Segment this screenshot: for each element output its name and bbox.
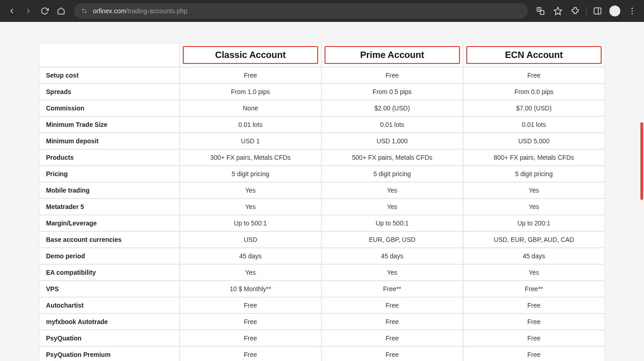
cell: Yes [463,264,605,281]
svg-point-0 [82,9,84,10]
cell: 0.01 lots [321,116,463,133]
row-label: VPS [39,281,180,297]
cell: Yes [321,199,463,215]
cell: Yes [463,182,605,199]
browser-toolbar: orfinex.com/trading-accounts.php [0,0,644,22]
svg-point-10 [632,10,633,12]
table-row: SpreadsFrom 1.0 pipsFrom 0.5 pipsFrom 0.… [39,84,605,100]
cell: USD [180,231,321,248]
table-row: Mobile tradingYesYesYes [39,182,605,199]
row-label: Demo period [39,248,180,264]
cell: USD 5,000 [463,133,605,149]
toolbar-divider [586,6,587,16]
home-button[interactable] [55,5,67,17]
table-row: myfxbook AutotradeFreeFreeFree [39,314,605,330]
cell: Free [463,346,605,361]
row-label: Pricing [39,166,180,182]
cell: Free [180,67,321,84]
cell: Free [321,314,463,330]
header-ecn-label: ECN Account [505,50,563,60]
back-button[interactable] [5,5,18,17]
cell: Free [180,330,321,346]
cell: 5 digit pricing [463,166,605,182]
forward-button[interactable] [22,5,35,17]
site-info-icon[interactable] [80,7,88,15]
cell: From 0.5 pips [321,84,463,100]
extensions-icon[interactable] [569,5,582,17]
cell: Free** [463,281,605,297]
cell: Free [180,314,321,330]
table-row: CommissionNone$2.00 (USD)$7.00 (USD) [39,100,605,116]
table-row: Setup costFreeFreeFree [39,67,605,84]
cell: 45 days [180,248,321,264]
kebab-menu-icon[interactable] [626,5,639,17]
row-label: Setup cost [39,67,180,84]
cell: USD 1,000 [321,133,463,149]
side-panel-icon[interactable] [591,5,604,17]
cell: Free [321,297,463,314]
cell: Up to 500:1 [321,215,463,231]
translate-icon[interactable] [534,5,547,17]
cell: 10 $ Monthly** [180,281,321,297]
table-row: Products300+ FX pairs, Metals CFDs500+ F… [39,149,605,166]
table-row: Pricing5 digit pricing5 digit pricing5 d… [39,166,605,182]
cell: Free [463,67,605,84]
table-row: Metatrader 5YesYesYes [39,199,605,215]
cell: USD, EUR, GBP, AUD, CAD [463,231,605,248]
cell: Free** [321,281,463,297]
cell: 0.01 lots [180,116,321,133]
row-label: Commission [39,100,180,116]
cell: Up to 500:1 [180,215,321,231]
cell: $7.00 (USD) [463,100,605,116]
cell: USD 1 [180,133,321,149]
cell: 0.01 lots [463,116,605,133]
row-label: Margin/Leverage [39,215,180,231]
table-row: VPS10 $ Monthly**Free**Free** [39,281,605,297]
cell: Yes [180,199,321,215]
cell: None [180,100,321,116]
address-bar[interactable]: orfinex.com/trading-accounts.php [74,3,528,19]
page-content: Classic Account Prime Account ECN Accoun… [0,22,644,361]
svg-rect-7 [594,8,601,14]
header-prime-label: Prime Account [360,50,424,60]
cell: From 0.0 pips [463,84,605,100]
cell: Free [180,346,321,361]
table-row: Minimum Trade Size0.01 lots0.01 lots0.01… [39,116,605,133]
header-empty [39,43,180,67]
bookmark-star-icon[interactable] [551,5,564,17]
row-label: Minimum deposit [39,133,180,149]
table-row: EA compatibilityYesYesYes [39,264,605,281]
header-classic-label: Classic Account [215,50,286,60]
cell: 500+ FX pairs, Metals CFDs [321,149,463,166]
row-label: PsyQuation Premium [39,346,180,361]
cell: Yes [180,182,321,199]
svg-point-11 [632,13,633,15]
url-text: orfinex.com/trading-accounts.php [93,7,187,15]
table-row: PsyQuation PremiumFreeFreeFree [39,346,605,361]
row-label: myfxbook Autotrade [39,314,180,330]
url-path: /trading-accounts.php [126,7,187,15]
cell: 45 days [463,248,605,264]
header-prime: Prime Account [321,43,463,67]
cell: From 1.0 pips [180,84,321,100]
cell: Free [180,297,321,314]
cell: 800+ FX pairs, Metals CFDs [463,149,605,166]
table-row: Minimum depositUSD 1USD 1,000USD 5,000 [39,133,605,149]
table-row: Base account currenciesUSDEUR, GBP, USDU… [39,231,605,248]
toolbar-right [534,5,639,17]
svg-point-9 [632,8,633,9]
cell: 45 days [321,248,463,264]
cell: Up to 200:1 [463,215,605,231]
row-label: Mobile trading [39,182,180,199]
profile-avatar[interactable] [608,5,621,17]
row-label: Spreads [39,84,180,100]
reload-button[interactable] [38,5,51,17]
row-label: Minimum Trade Size [39,116,180,133]
cell: 300+ FX pairs, Metals CFDs [180,149,321,166]
svg-point-1 [85,11,86,13]
row-label: Base account currencies [39,231,180,248]
row-label: Autochartist [39,297,180,314]
row-label: Metatrader 5 [39,199,180,215]
scroll-indicator [640,122,643,200]
cell: Yes [463,199,605,215]
